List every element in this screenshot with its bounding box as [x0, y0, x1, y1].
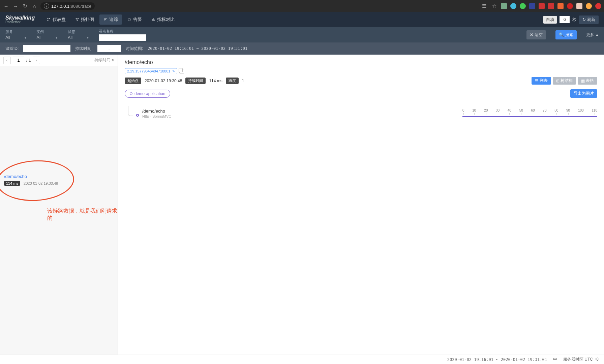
nav-compare[interactable]: 指标对比 — [147, 14, 179, 25]
info-icon: i — [44, 3, 49, 9]
more-button[interactable]: 更多▲ — [586, 32, 599, 38]
span-duration-bar — [462, 116, 597, 117]
ext-icon[interactable] — [510, 3, 516, 9]
trace-list-item[interactable]: /demo/echo 114 ms 2020-01-02 19:30:48 — [0, 171, 62, 189]
trace-id-input[interactable] — [23, 45, 70, 52]
trace-list-panel: ‹ / 1 › 持续时间⇅ /demo/echo 114 ms 2020-01-… — [0, 55, 118, 355]
trace-id-badge[interactable]: 2.29.15779646484710001⇅ — [125, 68, 177, 74]
svg-point-6 — [128, 18, 131, 21]
svg-rect-0 — [48, 18, 49, 19]
ext-icon[interactable] — [567, 3, 573, 9]
ext-icon[interactable] — [557, 3, 564, 9]
ext-icon[interactable] — [529, 3, 535, 9]
service-filter[interactable]: 服务 All▼ — [5, 29, 27, 40]
page-input[interactable] — [13, 57, 24, 64]
top-nav: Skywalking Rocketbot 仪表盘 拓扑图 追踪 告警 指标对比 … — [0, 12, 604, 27]
duration-label: 持续时间 — [185, 78, 206, 84]
annotation-text: 该链路数据，就是我们刚请求的 — [47, 208, 118, 222]
copy-icon[interactable] — [179, 69, 184, 73]
timeline: 0102030405060708090100110 /demo/echo Htt… — [125, 109, 597, 120]
seconds-input[interactable] — [560, 16, 570, 23]
table-icon: ▦ — [581, 79, 585, 83]
app-chip[interactable]: demo-application — [125, 90, 170, 98]
ext-icon[interactable] — [576, 3, 582, 9]
chevron-down-icon: ▼ — [24, 36, 27, 39]
duration-badge: 114 ms — [4, 181, 20, 186]
refresh-button[interactable]: ↻刷新 — [579, 16, 599, 24]
start-label: 起始点 — [125, 78, 141, 84]
chevron-down-icon: ▼ — [86, 36, 89, 39]
browser-chrome: ← → ↻ ⌂ i 127.0.0.1:8080/trace ☰ ☆ — [0, 0, 604, 12]
ext-icon[interactable] — [501, 3, 507, 9]
star-icon[interactable]: ☆ — [491, 3, 497, 9]
sort-icon: ⇅ — [112, 59, 114, 62]
dropdown-icon: ⇅ — [172, 69, 175, 73]
next-page-button[interactable]: › — [33, 57, 40, 64]
search-button[interactable]: 🔍搜索 — [555, 30, 577, 39]
close-icon: ✖ — [530, 32, 533, 37]
url-bar[interactable]: i 127.0.0.1:8080/trace — [40, 2, 95, 10]
ext-icon[interactable] — [595, 3, 601, 9]
tree-icon: ⊞ — [556, 79, 560, 83]
nav-alarm[interactable]: 告警 — [123, 14, 146, 25]
endpoint-input[interactable] — [99, 34, 146, 41]
trace-time: 2020-01-02 19:30:48 — [24, 181, 58, 185]
state-filter[interactable]: 状态 All▼ — [68, 29, 89, 40]
svg-rect-9 — [154, 20, 155, 21]
back-icon[interactable]: ← — [3, 3, 9, 9]
nav-dashboard[interactable]: 仪表盘 — [43, 14, 70, 25]
start-value: 2020-01-02 19:30:48 — [145, 79, 182, 83]
ext-icon[interactable] — [520, 3, 526, 9]
instance-filter[interactable]: 实例 All▼ — [36, 29, 58, 40]
search-icon: 🔍 — [559, 32, 564, 37]
sort-toggle[interactable]: 持续时间⇅ — [94, 57, 114, 63]
prev-page-button[interactable]: ‹ — [3, 57, 11, 64]
duration-label: 持续时间: — [75, 46, 92, 52]
nav-links: 仪表盘 拓扑图 追踪 告警 指标对比 — [43, 14, 179, 25]
time-range-label: 时间范围: — [126, 46, 143, 52]
span-value: 1 — [242, 79, 244, 83]
trace-detail-panel: /demo/echo 2.29.15779646484710001⇅ 起始点 2… — [118, 55, 604, 355]
seconds-label: 秒 — [572, 17, 576, 23]
refresh-icon: ↻ — [582, 17, 586, 22]
trace-id-label: 追踪ID: — [5, 46, 19, 52]
timeline-ticks: 0102030405060708090100110 — [462, 109, 597, 112]
forward-icon[interactable]: → — [12, 3, 19, 9]
tree-connector — [128, 106, 133, 116]
trace-path: /demo/echo — [4, 174, 58, 179]
extension-icons: ☰ ☆ — [481, 3, 601, 9]
span-name: /demo/echo — [142, 109, 171, 114]
circle-icon — [130, 92, 132, 95]
ext-icon[interactable] — [548, 3, 554, 9]
nav-trace[interactable]: 追踪 — [99, 14, 122, 25]
ext-icon[interactable] — [586, 3, 592, 9]
chevron-up-icon: ▲ — [596, 33, 599, 36]
list-icon: ☰ — [535, 79, 539, 83]
view-list-button[interactable]: ☰列表 — [532, 77, 551, 85]
view-table-button[interactable]: ▦表格 — [578, 77, 597, 85]
clear-button[interactable]: ✖清空 — [526, 30, 546, 39]
nav-topology[interactable]: 拓扑图 — [71, 14, 98, 25]
home-icon[interactable]: ⌂ — [31, 3, 38, 9]
view-tree-button[interactable]: ⊞树结构 — [553, 77, 576, 85]
span-dot-icon — [136, 114, 139, 117]
time-range-value[interactable]: 2020-01-02 19:16:01 ~ 2020-01-02 19:31:0… — [148, 46, 247, 51]
ext-icon[interactable] — [539, 3, 545, 9]
reload-icon[interactable]: ↻ — [22, 3, 28, 9]
duration-input[interactable] — [97, 45, 121, 52]
chevron-down-icon: ▼ — [55, 36, 58, 39]
svg-rect-7 — [152, 19, 153, 21]
filter-bar-2: 追踪ID: 持续时间: 时间范围: 2020-01-02 19:16:01 ~ … — [0, 42, 604, 55]
svg-rect-2 — [48, 20, 49, 21]
export-button[interactable]: 导出为图片 — [570, 89, 597, 98]
svg-rect-1 — [49, 18, 50, 19]
menu-icon[interactable]: ☰ — [481, 3, 487, 9]
detail-title: /demo/echo — [125, 59, 597, 65]
filter-bar: 服务 All▼ 实例 All▼ 状态 All▼ 端点名称 ✖清空 🔍搜索 更多▲ — [0, 27, 604, 42]
auto-button[interactable]: 自动 — [543, 16, 557, 24]
span-sub: Http - SpringMVC — [142, 114, 171, 118]
duration-value: 114 ms — [209, 79, 222, 83]
page-total: / 1 — [26, 58, 31, 63]
span-label: 跨度 — [226, 78, 239, 84]
logo: Skywalking Rocketbot — [5, 15, 35, 24]
